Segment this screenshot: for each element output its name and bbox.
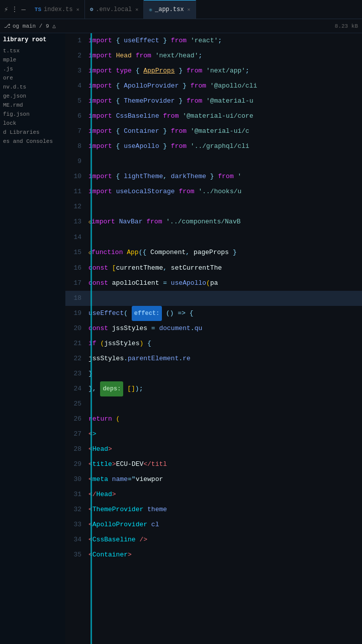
line-num-10: 10 [65, 169, 86, 184]
code-line-21: 21 if (jssStyles) { [65, 336, 362, 351]
line-num-5: 5 [65, 94, 86, 109]
code-area: 1 import { useEffect } from 'react'; 2 i… [65, 33, 362, 644]
sidebar-item-3[interactable]: .js [0, 64, 65, 73]
line-content-6: import CssBaseline from '@material-ui/co… [86, 109, 362, 124]
code-line-34: 34 <CssBaseline /> [65, 532, 362, 547]
code-line-26: 26 return ( [65, 412, 362, 427]
line-num-20: 20 [65, 321, 86, 336]
line-content-16: const [currentTheme, setCurrentThe [86, 261, 362, 276]
tab-close-icon[interactable]: ✕ [76, 7, 79, 13]
line-content-5: import { ThemeProvider } from '@material… [86, 94, 362, 109]
tab-index-ts[interactable]: TS index.ts ✕ [30, 0, 85, 19]
code-line-33: 33 <ApolloProvider cl [65, 517, 362, 532]
line-content-23: } [86, 366, 362, 381]
code-line-17: 17 const apolloClient = useApollo(pa [65, 276, 362, 291]
line-num-1: 1 [65, 33, 86, 48]
line-num-16: 16 [65, 261, 86, 276]
line-content-13: ◇import NavBar from '../components/NavB [86, 214, 362, 230]
sidebar-item-11[interactable]: es and Consoles [0, 137, 65, 146]
more-icon[interactable]: ⋮ [11, 5, 18, 14]
code-line-4: 4 import { ApolloProvider } from '@apoll… [65, 78, 362, 94]
line-content-29: <title>ECU-DEV</titl [86, 457, 362, 472]
line-content-4: import { ApolloProvider } from '@apollo/… [86, 78, 362, 94]
line-num-22: 22 [65, 351, 86, 366]
code-line-32: 32 <ThemeProvider theme [65, 502, 362, 517]
tab-index-ts-label: index.ts [44, 6, 73, 13]
line-num-7: 7 [65, 124, 86, 139]
sidebar: library root t.tsx mple .js ore nv.d.ts … [0, 33, 65, 644]
line-content-33: <ApolloProvider cl [86, 517, 362, 532]
code-line-2: 2 import Head from 'next/head'; [65, 48, 362, 63]
code-line-22: 22 jssStyles.parentElement.re [65, 351, 362, 366]
env-icon: ⚙ [90, 6, 94, 13]
code-line-31: 31 </Head> [65, 487, 362, 502]
sidebar-item-9[interactable]: lock [0, 119, 65, 128]
line-content-17: const apolloClient = useApollo(pa [86, 276, 362, 291]
line-content-19: useEffect( effect: () => { [86, 306, 362, 321]
line-num-31: 31 [65, 487, 86, 502]
line-num-3: 3 [65, 63, 86, 78]
code-line-5: 5 import { ThemeProvider } from '@materi… [65, 94, 362, 109]
git-branch-icon: ⎇ [4, 23, 11, 29]
tab-close-env-icon[interactable]: ✕ [135, 7, 138, 13]
line-num-8: 8 [65, 139, 86, 154]
tab-app-tsx-label: _app.tsx [155, 6, 184, 13]
sidebar-item-6[interactable]: ge.json [0, 92, 65, 101]
code-line-1: 1 import { useEffect } from 'react'; [65, 33, 362, 48]
line-num-6: 6 [65, 109, 86, 124]
line-content-15: ◇function App({ Component, pageProps } [86, 245, 362, 261]
ts-icon: TS [35, 7, 41, 13]
code-line-12: 12 [65, 199, 362, 214]
code-line-29: 29 <title>ECU-DEV</titl [65, 457, 362, 472]
sidebar-item-2[interactable]: mple [0, 55, 65, 64]
line-content-22: jssStyles.parentElement.re [86, 351, 362, 366]
line-content-32: <ThemeProvider theme [86, 502, 362, 517]
code-line-27: 27 <> [65, 427, 362, 442]
code-line-16: 16 const [currentTheme, setCurrentThe [65, 261, 362, 276]
line-content-35: <Container> [86, 547, 362, 562]
code-line-11: 11 import useLocalStorage from '../hooks… [65, 184, 362, 199]
code-line-35: 35 <Container> [65, 547, 362, 562]
sidebar-item-5[interactable]: nv.d.ts [0, 83, 65, 92]
gutter-line [90, 33, 92, 644]
line-num-28: 28 [65, 442, 86, 457]
line-content-21: if (jssStyles) { [86, 336, 362, 351]
info-bar: ⎇ og main / 9 △ 8.23 kB [0, 19, 362, 33]
code-line-7: 7 import { Container } from '@material-u… [65, 124, 362, 139]
line-num-19: 19 [65, 306, 86, 321]
line-num-21: 21 [65, 336, 86, 351]
line-content-11: import useLocalStorage from '../hooks/u [86, 184, 362, 199]
line-content-34: <CssBaseline /> [86, 532, 362, 547]
tab-close-app-icon[interactable]: ✕ [188, 7, 191, 13]
line-content-30: <meta name="viewpor [86, 472, 362, 487]
line-num-23: 23 [65, 366, 86, 381]
line-num-12: 12 [65, 199, 86, 214]
sidebar-item-1[interactable]: t.tsx [0, 46, 65, 55]
line-num-11: 11 [65, 184, 86, 199]
minimize-icon[interactable]: — [21, 6, 25, 14]
line-content-7: import { Container } from '@material-ui/… [86, 124, 362, 139]
line-content-20: const jssStyles = document.qu [86, 321, 362, 336]
line-num-33: 33 [65, 517, 86, 532]
line-num-24: 24 [65, 381, 86, 396]
sidebar-item-7[interactable]: ME.rmd [0, 101, 65, 110]
line-num-32: 32 [65, 502, 86, 517]
sidebar-item-4[interactable]: ore [0, 73, 65, 83]
code-line-25: 25 [65, 396, 362, 412]
tab-env-local[interactable]: ⚙ .env.local ✕ [85, 0, 144, 19]
library-root-label: library root [0, 33, 65, 46]
line-num-15: 15 [65, 245, 86, 260]
menu-icon[interactable]: ⚡ [4, 5, 8, 14]
code-line-15: 15 ◇function App({ Component, pageProps … [65, 245, 362, 261]
line-content-27: <> [86, 427, 362, 442]
react-icon: ⚛ [149, 7, 152, 13]
sidebar-item-10[interactable]: d Libraries [0, 128, 65, 137]
code-line-23: 23 } [65, 366, 362, 381]
git-branch-label: og main / 9 △ [13, 23, 56, 29]
line-num-30: 30 [65, 472, 86, 487]
sidebar-item-8[interactable]: fig.json [0, 110, 65, 119]
line-num-2: 2 [65, 48, 86, 63]
git-info: ⎇ og main / 9 △ [4, 23, 56, 29]
line-content-24: }, deps: []); [86, 381, 362, 396]
tab-app-tsx[interactable]: ⚛ _app.tsx ✕ [144, 0, 196, 19]
